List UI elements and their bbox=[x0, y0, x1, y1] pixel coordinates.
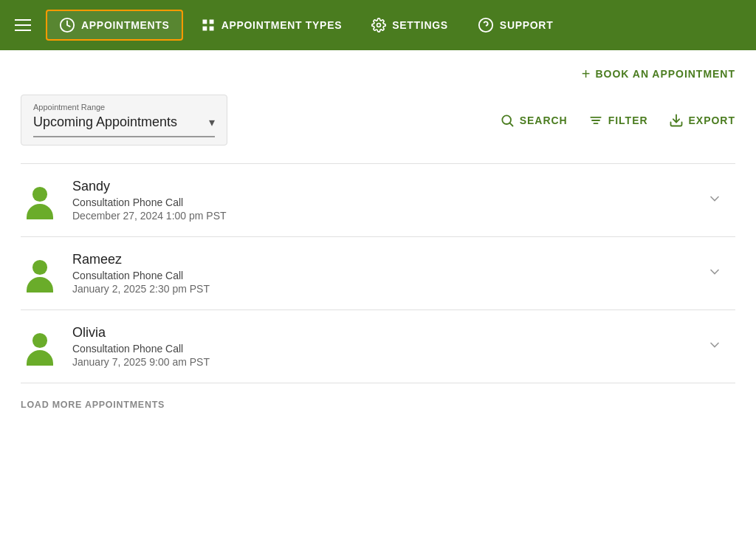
export-label: EXPORT bbox=[689, 114, 735, 126]
nav-item-appointments[interactable]: APPOINTMENTS bbox=[46, 10, 183, 41]
table-row: Sandy Consultation Phone Call December 2… bbox=[21, 164, 735, 237]
grid-icon bbox=[201, 18, 216, 33]
search-label: SEARCH bbox=[520, 114, 568, 126]
load-more-button[interactable]: LOAD MORE APPOINTMENTS bbox=[21, 383, 735, 426]
filter-icon bbox=[588, 113, 603, 128]
avatar bbox=[21, 254, 59, 293]
navbar: APPOINTMENTS APPOINTMENT TYPES SETTINGS bbox=[0, 0, 756, 50]
export-button[interactable]: EXPORT bbox=[669, 113, 735, 128]
svg-rect-3 bbox=[202, 27, 207, 31]
range-value: Upcoming Appointments bbox=[33, 114, 177, 130]
gear-icon bbox=[371, 18, 386, 33]
expand-row-icon[interactable] bbox=[701, 185, 728, 216]
filter-label: FILTER bbox=[608, 114, 648, 126]
svg-rect-4 bbox=[209, 27, 213, 31]
svg-rect-2 bbox=[209, 20, 213, 24]
book-appointment-button[interactable]: + BOOK AN APPOINTMENT bbox=[582, 66, 735, 81]
main-content: + BOOK AN APPOINTMENT Appointment Range … bbox=[0, 50, 756, 426]
appointment-range-dropdown[interactable]: Appointment Range Upcoming Appointments … bbox=[21, 95, 227, 146]
appointment-name: Olivia bbox=[72, 325, 688, 341]
chevron-down-icon: ▾ bbox=[209, 115, 215, 129]
appointment-datetime: January 2, 2025 2:30 pm PST bbox=[72, 283, 688, 295]
export-icon bbox=[669, 113, 684, 128]
appointment-datetime: December 27, 2024 1:00 pm PST bbox=[72, 210, 688, 222]
help-icon bbox=[478, 17, 494, 33]
range-label: Appointment Range bbox=[33, 103, 215, 112]
plus-icon: + bbox=[582, 66, 591, 81]
appointment-info: Olivia Consultation Phone Call January 7… bbox=[72, 325, 688, 368]
table-row: Olivia Consultation Phone Call January 7… bbox=[21, 310, 735, 383]
nav-item-settings[interactable]: SETTINGS bbox=[360, 12, 460, 38]
svg-line-9 bbox=[510, 123, 513, 126]
nav-item-support[interactable]: SUPPORT bbox=[466, 11, 566, 39]
nav-label-appointments: APPOINTMENTS bbox=[81, 19, 170, 31]
svg-point-5 bbox=[377, 24, 381, 27]
nav-label-support: SUPPORT bbox=[500, 19, 554, 31]
nav-label-appointment-types: APPOINTMENT TYPES bbox=[221, 19, 343, 31]
expand-row-icon[interactable] bbox=[701, 332, 728, 362]
nav-item-appointment-types[interactable]: APPOINTMENT TYPES bbox=[189, 12, 354, 38]
appointment-type: Consultation Phone Call bbox=[72, 343, 688, 355]
expand-row-icon[interactable] bbox=[701, 259, 728, 289]
appointment-name: Sandy bbox=[72, 179, 688, 194]
appointment-type: Consultation Phone Call bbox=[72, 270, 688, 281]
appointment-type: Consultation Phone Call bbox=[72, 196, 688, 208]
appointment-name: Rameez bbox=[72, 252, 688, 267]
table-row: Rameez Consultation Phone Call January 2… bbox=[21, 237, 735, 310]
person-avatar-icon bbox=[24, 260, 56, 293]
book-bar: + BOOK AN APPOINTMENT bbox=[21, 50, 735, 95]
avatar bbox=[21, 327, 59, 366]
search-button[interactable]: SEARCH bbox=[500, 113, 568, 128]
person-avatar-icon bbox=[24, 333, 56, 366]
filter-actions: SEARCH FILTER bbox=[500, 113, 735, 128]
filter-button[interactable]: FILTER bbox=[588, 113, 648, 128]
clock-icon bbox=[59, 17, 75, 33]
range-value-row: Upcoming Appointments ▾ bbox=[33, 114, 215, 130]
appointment-info: Rameez Consultation Phone Call January 2… bbox=[72, 252, 688, 295]
appointment-datetime: January 7, 2025 9:00 am PST bbox=[72, 356, 688, 368]
filter-bar: Appointment Range Upcoming Appointments … bbox=[21, 95, 735, 146]
svg-rect-1 bbox=[202, 20, 207, 24]
book-appointment-label: BOOK AN APPOINTMENT bbox=[596, 68, 735, 80]
appointments-list: Sandy Consultation Phone Call December 2… bbox=[21, 163, 735, 383]
search-icon bbox=[500, 113, 515, 128]
appointment-info: Sandy Consultation Phone Call December 2… bbox=[72, 179, 688, 222]
person-avatar-icon bbox=[24, 187, 56, 219]
hamburger-menu-icon[interactable] bbox=[15, 19, 31, 31]
nav-label-settings: SETTINGS bbox=[392, 19, 448, 31]
avatar bbox=[21, 181, 59, 219]
range-underline bbox=[33, 136, 215, 137]
